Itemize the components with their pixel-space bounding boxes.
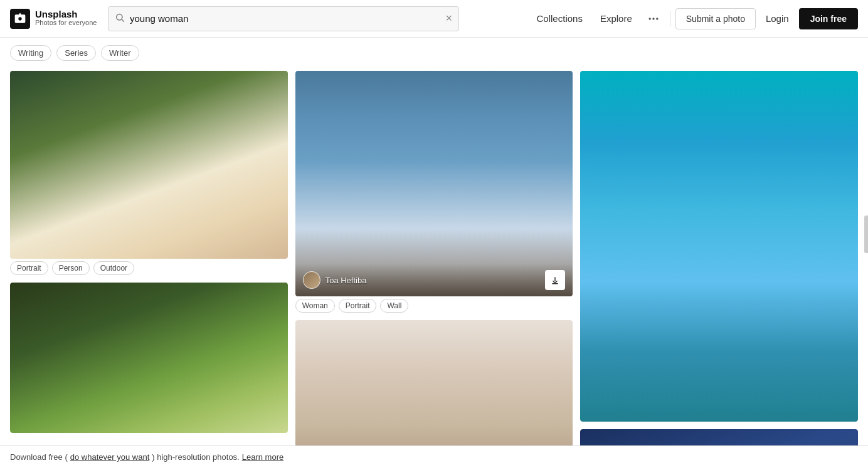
photo-tag-woman[interactable]: Woman [295,299,335,313]
tag-writing[interactable]: Writing [10,45,51,61]
main-content: Writing Series Writer Portrait Person Ou… [0,38,868,468]
tags-row: Writing Series Writer [10,38,858,66]
photo-column-2: Toa Heftiba Woman Portrait Wall [295,71,573,468]
photo-card[interactable]: Portrait Person Outdoor [10,71,288,275]
photo-2-tags: Woman Portrait Wall [295,299,573,313]
logo-area[interactable]: Unsplash Photos for everyone [10,9,98,29]
nav-links: Collections Explore Submit a photo Login… [529,8,858,30]
photo-image-3 [580,71,858,422]
photo-tag-person[interactable]: Person [52,261,90,275]
photo-card-3-wrap[interactable] [580,71,858,422]
photo-grid: Portrait Person Outdoor [10,71,858,468]
tag-series[interactable]: Series [56,45,96,61]
photo-image-2 [295,71,573,296]
do-whatever-link[interactable]: do whatever you want [70,452,149,462]
bottom-bar: Download free ( do whatever you want ) h… [0,445,868,468]
app-tagline: Photos for everyone [35,19,97,27]
app-name: Unsplash [35,9,97,19]
photo-column-3 [580,71,858,468]
bottom-bar-prefix: Download free ( [10,452,68,462]
author-avatar [303,271,320,289]
svg-point-3 [652,18,654,19]
svg-point-0 [117,14,122,19]
nav-divider [670,11,670,26]
svg-point-4 [656,18,658,19]
photo-card-4[interactable] [10,283,288,433]
search-icon [115,13,125,25]
join-button[interactable]: Join free [799,8,858,29]
photo-card-2-wrap[interactable]: Toa Heftiba Woman Portrait Wall [295,71,573,313]
submit-photo-button[interactable]: Submit a photo [675,8,756,29]
svg-line-1 [122,19,124,22]
logo-icon [10,9,30,29]
photo-column-1: Portrait Person Outdoor [10,71,288,468]
author-info: Toa Heftiba [303,271,367,289]
learn-more-link[interactable]: Learn more [242,452,283,462]
photo-tag-wall[interactable]: Wall [380,299,408,313]
photo-tag-portrait[interactable]: Portrait [10,261,48,275]
photo-card-3[interactable] [580,71,858,422]
search-bar: × [108,6,459,31]
tag-writer[interactable]: Writer [101,45,139,61]
clear-search-button[interactable]: × [445,12,452,25]
search-input[interactable] [130,13,445,24]
photo-card-4-wrap[interactable] [10,283,288,433]
photo-2-overlay: Toa Heftiba [295,264,573,296]
site-header: Unsplash Photos for everyone × Collectio… [0,0,868,38]
bottom-bar-suffix: ) high-resolution photos. [152,452,239,462]
photo-1-tags: Portrait Person Outdoor [10,261,288,275]
camera-icon [14,13,26,25]
photo-tag-portrait2[interactable]: Portrait [339,299,377,313]
download-button[interactable] [545,270,565,290]
scroll-indicator [864,216,868,253]
photo-image-4 [10,283,288,433]
logo-text: Unsplash Photos for everyone [35,9,97,27]
photo-tag-outdoor[interactable]: Outdoor [93,261,134,275]
login-button[interactable]: Login [758,8,797,29]
svg-point-2 [648,18,650,19]
more-menu-button[interactable] [642,8,665,30]
explore-nav-link[interactable]: Explore [593,8,640,29]
collections-nav-link[interactable]: Collections [529,8,590,29]
photo-image-1 [10,71,288,259]
author-name: Toa Heftiba [326,276,367,285]
photo-card-1[interactable] [10,71,288,259]
photo-card-2[interactable]: Toa Heftiba [295,71,573,296]
